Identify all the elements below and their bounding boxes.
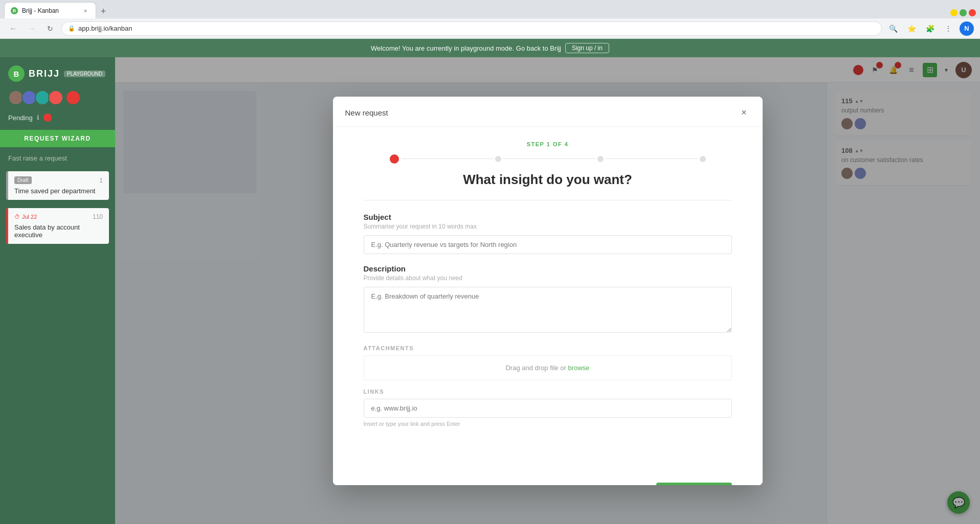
new-tab-button[interactable]: + bbox=[96, 4, 110, 18]
minimize-button[interactable] bbox=[950, 9, 957, 16]
avatar-5 bbox=[65, 90, 81, 105]
bookmark-icon[interactable]: ⭐ bbox=[904, 21, 919, 36]
address-text: app.brijj.io/kanban bbox=[78, 25, 132, 32]
sign-up-button[interactable]: Sign up / in bbox=[565, 43, 609, 53]
links-input[interactable] bbox=[364, 399, 732, 418]
logo-text: BRIJJ bbox=[29, 69, 60, 79]
extensions-icon[interactable]: 🧩 bbox=[923, 21, 937, 36]
step-dot-3 bbox=[597, 156, 604, 162]
info-icon: ℹ bbox=[37, 114, 39, 121]
description-input[interactable] bbox=[364, 287, 732, 333]
sales-date: Jul 22 bbox=[22, 214, 37, 220]
step-dot-2 bbox=[495, 156, 501, 162]
sales-number: 110 bbox=[93, 213, 103, 220]
address-bar[interactable]: 🔒 app.brijj.io/kanban bbox=[61, 21, 882, 36]
step-dot-4 bbox=[700, 156, 706, 162]
step-question: What insight do you want? bbox=[364, 172, 732, 188]
draft-tag: Draft bbox=[14, 176, 32, 184]
refresh-button[interactable]: ↻ bbox=[43, 21, 57, 36]
sales-title: Sales data by account executive bbox=[14, 223, 103, 239]
step-label: STEP 1 OF 4 bbox=[527, 141, 569, 147]
modal-overlay: New request × STEP 1 OF 4 bbox=[115, 57, 980, 524]
modal-close-button[interactable]: × bbox=[738, 107, 750, 119]
playground-badge: PLAYGROUND bbox=[64, 71, 105, 77]
close-button[interactable] bbox=[969, 9, 976, 16]
search-icon[interactable]: 🔍 bbox=[886, 21, 900, 36]
browse-link[interactable]: browse bbox=[568, 364, 590, 372]
description-sublabel: Provide details about what you need bbox=[364, 275, 732, 282]
banner-text: Welcome! You are currently in playground… bbox=[371, 44, 561, 52]
fast-raise-button[interactable]: Fast raise a request bbox=[0, 149, 115, 167]
links-hint: Insert or type your link and press Enter bbox=[364, 421, 732, 427]
tab-title: Brijj - Kanban bbox=[22, 7, 77, 14]
subject-label: Subject bbox=[364, 213, 732, 221]
profile-avatar[interactable]: N bbox=[960, 21, 974, 36]
attachments-text: Drag and drop file or bbox=[505, 364, 566, 372]
logo-icon: B bbox=[8, 65, 25, 82]
settings-icon[interactable]: ⋮ bbox=[941, 21, 955, 36]
modal: New request × STEP 1 OF 4 bbox=[333, 97, 763, 485]
top-banner: Welcome! You are currently in playground… bbox=[0, 39, 980, 57]
next-button[interactable]: NEXT bbox=[656, 483, 731, 485]
attachments-label: ATTACHMENTS bbox=[364, 345, 732, 351]
forward-button[interactable]: → bbox=[25, 21, 39, 36]
sidebar: B BRIJJ PLAYGROUND Pending ℹ REQUEST WIZ… bbox=[0, 57, 115, 524]
sales-date-icon: ⏱ bbox=[14, 214, 20, 220]
back-button[interactable]: ← bbox=[6, 21, 20, 36]
draft-title: Time saved per department bbox=[14, 187, 103, 195]
subject-sublabel: Summarise your request in 10 words max bbox=[364, 223, 732, 230]
lock-icon: 🔒 bbox=[68, 25, 75, 32]
sidebar-card-sales[interactable]: ⏱ Jul 22 110 Sales data by account execu… bbox=[6, 208, 109, 244]
draft-number: 1 bbox=[99, 177, 103, 184]
maximize-button[interactable] bbox=[960, 9, 967, 16]
step-dot-1 bbox=[390, 154, 399, 164]
attachments-dropzone[interactable]: Drag and drop file or browse bbox=[364, 355, 732, 380]
links-label: LINKS bbox=[364, 389, 732, 395]
pending-dot bbox=[43, 113, 52, 122]
description-label: Description bbox=[364, 264, 732, 273]
tab-favicon: B bbox=[11, 7, 18, 14]
pending-label: Pending bbox=[8, 114, 33, 122]
subject-input[interactable] bbox=[364, 235, 732, 254]
browser-tab[interactable]: B Brijj - Kanban × bbox=[4, 2, 96, 18]
sidebar-card-draft[interactable]: Draft 1 Time saved per department bbox=[6, 171, 109, 200]
modal-title: New request bbox=[345, 108, 388, 117]
tab-close-icon[interactable]: × bbox=[81, 7, 90, 15]
request-wizard-button[interactable]: REQUEST WIZARD bbox=[0, 130, 115, 147]
avatar-4 bbox=[48, 90, 63, 105]
